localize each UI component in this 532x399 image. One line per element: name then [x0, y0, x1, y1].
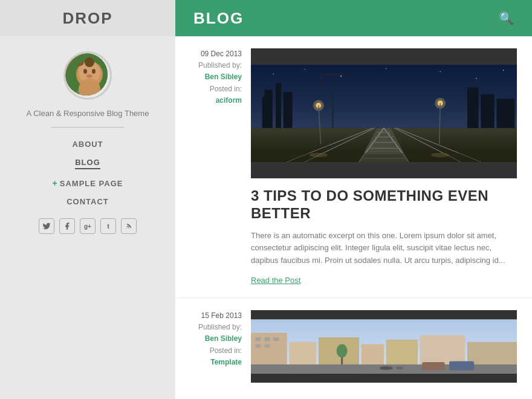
- post-2-author[interactable]: Ben Sibley: [205, 334, 242, 343]
- avatar-svg: [65, 53, 108, 96]
- svg-point-8: [85, 57, 94, 67]
- nav-about[interactable]: ABOUT: [72, 140, 103, 149]
- svg-point-10: [126, 228, 127, 229]
- svg-point-4: [92, 69, 96, 74]
- sidebar-nav: ABOUT BLOG + SAMPLE PAGE CONTACT: [12, 140, 163, 206]
- post-1: 09 Dec 2013 Published by: Ben Sibley Pos…: [175, 36, 532, 298]
- post-1-image-svg: [251, 48, 517, 178]
- svg-point-18: [440, 71, 440, 72]
- svg-rect-63: [273, 337, 279, 341]
- avatar: [63, 51, 112, 100]
- post-2-posted-label: Posted in:: [190, 345, 242, 357]
- post-1-excerpt: There is an automatic excerpt on this on…: [251, 230, 517, 267]
- facebook-icon[interactable]: [59, 218, 75, 234]
- nav-blog[interactable]: BLOG: [75, 158, 100, 169]
- svg-point-52: [431, 153, 449, 157]
- svg-rect-22: [262, 97, 266, 128]
- svg-point-51: [310, 153, 328, 157]
- svg-point-19: [476, 78, 477, 79]
- svg-point-15: [305, 69, 305, 70]
- svg-rect-30: [496, 99, 514, 128]
- svg-point-5: [86, 74, 92, 78]
- blog-header: BLOG 🔍: [175, 0, 532, 36]
- post-1-meta: 09 Dec 2013 Published by: Ben Sibley Pos…: [190, 48, 251, 285]
- svg-rect-65: [264, 344, 270, 348]
- post-2-meta: 15 Feb 2013 Published by: Ben Sibley Pos…: [190, 310, 251, 392]
- post-1-date: 09 Dec 2013: [190, 48, 242, 60]
- tumblr-icon[interactable]: t: [100, 218, 116, 234]
- svg-rect-61: [255, 337, 261, 341]
- main-layout: A Clean & Responsive Blog Theme ABOUT BL…: [0, 36, 532, 399]
- post-2-published-label: Published by:: [190, 322, 242, 333]
- svg-rect-29: [481, 94, 494, 128]
- post-2-image-svg: [251, 310, 517, 383]
- svg-point-16: [340, 76, 342, 77]
- nav-contact[interactable]: CONTACT: [66, 197, 109, 206]
- post-2-category[interactable]: Template: [210, 358, 242, 366]
- twitter-icon[interactable]: [39, 218, 54, 234]
- brand-title: DROP: [62, 9, 112, 28]
- content-area: 09 Dec 2013 Published by: Ben Sibley Pos…: [175, 36, 532, 399]
- post-1-body: 3 TIPS TO DO SOMETHING EVEN BETTER There…: [251, 48, 517, 285]
- svg-rect-25: [332, 74, 333, 128]
- svg-point-14: [273, 74, 274, 74]
- rss-icon[interactable]: [121, 218, 137, 234]
- post-1-image: [251, 48, 517, 178]
- sidebar-tagline: A Clean & Responsive Blog Theme: [27, 109, 149, 118]
- post-1-posted-label: Posted in:: [190, 83, 242, 95]
- post-2-image: [251, 310, 517, 383]
- blog-title: BLOG: [193, 9, 244, 28]
- post-1-category[interactable]: aciform: [216, 96, 242, 105]
- svg-rect-26: [323, 74, 343, 75]
- svg-point-67: [380, 366, 393, 370]
- post-2: 15 Feb 2013 Published by: Ben Sibley Pos…: [175, 298, 532, 399]
- post-1-published-label: Published by:: [190, 60, 242, 71]
- svg-rect-27: [321, 74, 322, 87]
- post-1-title: 3 TIPS TO DO SOMETHING EVEN BETTER: [251, 187, 517, 222]
- avatar-image: [65, 53, 108, 96]
- post-1-read-more[interactable]: Read the Post: [251, 276, 300, 285]
- svg-rect-62: [264, 337, 270, 341]
- plus-icon: +: [53, 178, 57, 188]
- nav-sample-page[interactable]: SAMPLE PAGE: [60, 179, 123, 188]
- post-2-date: 15 Feb 2013: [190, 310, 242, 322]
- post-1-author[interactable]: Ben Sibley: [205, 73, 242, 81]
- header: DROP BLOG 🔍: [0, 0, 532, 36]
- sidebar-divider: [51, 127, 124, 128]
- search-button[interactable]: 🔍: [499, 11, 514, 25]
- brand-section: DROP: [0, 0, 175, 36]
- svg-point-72: [337, 344, 348, 357]
- svg-rect-24: [284, 92, 293, 128]
- social-icons-bar: g+ t: [39, 218, 137, 234]
- svg-rect-64: [255, 344, 261, 348]
- svg-point-20: [503, 70, 504, 71]
- svg-rect-23: [276, 83, 281, 128]
- google-plus-icon[interactable]: g+: [80, 218, 96, 234]
- svg-rect-70: [449, 362, 474, 371]
- svg-rect-69: [422, 362, 444, 370]
- svg-rect-28: [467, 88, 479, 128]
- post-2-body: [251, 310, 517, 392]
- svg-point-3: [83, 69, 87, 74]
- nav-sample-page-wrapper[interactable]: + SAMPLE PAGE: [53, 178, 123, 188]
- svg-point-68: [396, 367, 403, 369]
- svg-rect-48: [251, 153, 517, 162]
- sidebar: A Clean & Responsive Blog Theme ABOUT BL…: [0, 36, 175, 399]
- svg-point-17: [386, 68, 386, 69]
